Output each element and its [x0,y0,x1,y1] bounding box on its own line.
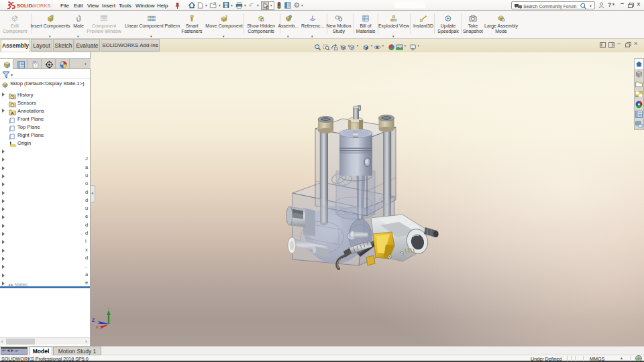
svg-text:x: x [96,324,99,329]
svg-text:SOLID: SOLID [17,3,33,9]
svg-text:Y: Y [107,307,111,312]
svg-text:Z: Z [92,318,95,322]
svg-text:WORKS: WORKS [32,3,51,9]
